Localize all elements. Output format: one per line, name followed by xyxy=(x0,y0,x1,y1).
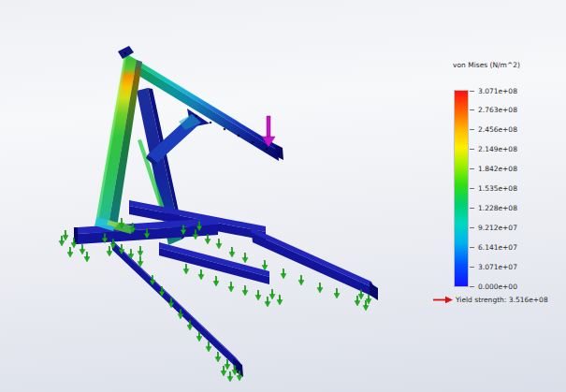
legend-tick-label: 1.535e+08 xyxy=(470,184,517,193)
fixture-arrow-icon xyxy=(213,277,219,287)
legend-tick-label: 0.000e+00 xyxy=(470,283,517,291)
legend-tick-label: 2.763e+08 xyxy=(470,106,517,114)
yield-strength-label: Yield strength: 3.516e+08 xyxy=(456,296,548,304)
fixture-arrow-icon xyxy=(242,286,248,297)
legend-tick-label: 3.071e+07 xyxy=(470,263,517,271)
legend-tick-label: 1.842e+08 xyxy=(470,165,517,173)
fixture-arrow-icon xyxy=(138,247,143,257)
fixture-arrow-icon xyxy=(183,265,189,275)
yield-strength-annotation: Yield strength: 3.516e+08 xyxy=(433,296,548,304)
fixture-arrow-icon xyxy=(80,245,85,255)
fixture-arrow-icon xyxy=(84,253,90,263)
fixture-arrows xyxy=(59,219,371,383)
fixture-arrow-icon xyxy=(216,240,222,250)
simulation-viewport[interactable]: von Mises (N/m^2) 3.071e+082.763e+082.45… xyxy=(0,0,566,392)
legend-color-bar xyxy=(455,91,468,286)
fixture-arrow-icon xyxy=(269,290,275,300)
fixture-arrow-icon xyxy=(205,235,210,245)
stress-legend: von Mises (N/m^2) 3.071e+082.763e+082.45… xyxy=(426,56,561,323)
fixture-arrow-icon xyxy=(265,298,270,308)
legend-tick-label: 1.228e+08 xyxy=(470,204,517,212)
legend-tick-labels: 3.071e+082.763e+082.456e+082.149e+081.84… xyxy=(470,91,559,286)
fixture-arrow-icon xyxy=(227,372,233,383)
fixture-arrow-icon xyxy=(229,248,235,258)
fixture-arrow-icon xyxy=(215,353,221,363)
fixture-arrow-icon xyxy=(198,270,204,281)
fixture-arrow-icon xyxy=(221,367,226,377)
fixture-arrow-icon xyxy=(355,297,360,307)
legend-tick-label: 3.071e+08 xyxy=(470,87,517,95)
legend-title: von Mises (N/m^2) xyxy=(453,61,520,69)
yield-arrow-icon xyxy=(433,296,453,304)
legend-tick-label: 2.149e+08 xyxy=(470,145,517,153)
fixture-arrow-icon xyxy=(298,276,304,286)
legend-tick-label: 9.212e+07 xyxy=(470,224,517,232)
fixture-arrow-icon xyxy=(317,283,323,294)
base-frame[interactable] xyxy=(74,200,378,377)
fixture-arrow-icon xyxy=(67,248,73,258)
fixture-arrow-icon xyxy=(59,237,65,247)
fixture-arrow-icon xyxy=(281,269,286,280)
fixture-arrow-icon xyxy=(225,360,230,370)
legend-tick-label: 2.456e+08 xyxy=(470,125,517,134)
fixture-arrow-icon xyxy=(63,231,68,241)
fixture-arrow-icon xyxy=(206,342,211,353)
fixture-arrow-icon xyxy=(334,289,340,299)
fixture-arrow-icon xyxy=(107,247,112,257)
fixture-arrow-icon xyxy=(228,283,234,293)
fixture-arrow-icon xyxy=(242,254,248,264)
fixture-arrow-icon xyxy=(255,291,261,301)
fixture-arrow-icon xyxy=(262,261,268,271)
legend-tick-label: 6.141e+07 xyxy=(470,243,517,252)
fixture-arrow-icon xyxy=(277,296,283,306)
